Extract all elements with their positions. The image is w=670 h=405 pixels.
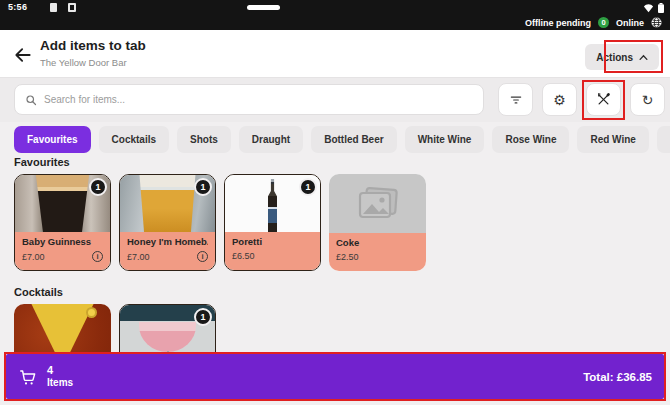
cart-quantity: 4	[47, 364, 73, 377]
search-field	[14, 84, 484, 115]
sim-notification-icon	[68, 3, 76, 12]
cutlery-mode-button[interactable]	[586, 83, 621, 116]
category-chip-bottled-beer[interactable]: Bottled Beer	[311, 126, 396, 153]
refresh-button[interactable]: ↻	[630, 83, 665, 116]
quantity-badge: 1	[89, 178, 107, 196]
category-chip-row: Favourites Cocktails Shots Draught Bottl…	[14, 126, 670, 153]
info-icon[interactable]: i	[92, 251, 103, 262]
section-title-favourites: Favourites	[14, 156, 70, 168]
actions-button-label: Actions	[596, 52, 633, 63]
item-card-coke[interactable]: Coke £2.50	[329, 174, 426, 271]
favourites-card-row: 1 Baby Guinness £7.00 i 1 Honey I'm Home…	[14, 174, 426, 271]
chevron-up-icon	[639, 54, 648, 61]
item-info: Honey I'm Homeb... £7.00 i	[120, 232, 215, 270]
item-info: Poretti £6.50	[225, 232, 320, 270]
offline-pending-label: Offline pending	[525, 18, 591, 28]
item-card-honey-im-homebrew[interactable]: 1 Honey I'm Homeb... £7.00 i	[119, 174, 216, 271]
item-price: £7.00	[22, 252, 45, 262]
cart-quantity-label: Items	[47, 377, 73, 389]
globe-icon[interactable]	[651, 17, 662, 28]
item-price: £2.50	[336, 252, 359, 262]
item-image-placeholder	[329, 174, 426, 233]
section-title-cocktails: Cocktails	[14, 286, 63, 298]
offline-pending-count-badge[interactable]: 0	[598, 17, 609, 28]
app-status-bar: Offline pending 0 Online	[0, 15, 670, 30]
category-chip-cocktails[interactable]: Cocktails	[99, 126, 169, 153]
search-toolbar-row: ⚙ ↻	[0, 78, 670, 122]
battery-icon	[658, 3, 664, 13]
item-name: Honey I'm Homeb...	[127, 236, 208, 247]
item-info: Coke £2.50	[329, 233, 426, 271]
refresh-icon: ↻	[642, 93, 654, 107]
back-button[interactable]	[13, 45, 33, 65]
search-icon	[25, 94, 37, 106]
filter-button[interactable]	[498, 83, 533, 116]
quantity-badge: 1	[299, 178, 317, 196]
cart-icon	[18, 368, 37, 386]
quantity-badge: 1	[194, 178, 212, 196]
gear-icon: ⚙	[553, 93, 566, 107]
online-label: Online	[616, 18, 644, 28]
category-chip-draught[interactable]: Draught	[239, 126, 303, 153]
item-card-baby-guinness[interactable]: 1 Baby Guinness £7.00 i	[14, 174, 111, 271]
category-chip-rose-wine[interactable]: Rose Wine	[492, 126, 569, 153]
arrow-left-icon	[13, 45, 33, 65]
pos-add-items-screen: 5:56 Offline pending 0 Online Add items …	[0, 0, 670, 405]
item-name: Poretti	[232, 236, 313, 247]
cart-summary-bar[interactable]: 4 Items Total: £36.85	[6, 354, 664, 399]
category-chip-shots[interactable]: Shots	[177, 126, 231, 153]
item-name: Coke	[336, 237, 419, 248]
item-info: Baby Guinness £7.00 i	[15, 232, 110, 270]
search-input[interactable]	[44, 94, 483, 105]
category-chip-white-wine[interactable]: White Wine	[405, 126, 485, 153]
item-price: £7.00	[127, 252, 150, 262]
photo-placeholder-icon	[357, 187, 399, 221]
page-subtitle: The Yellow Door Bar	[40, 57, 127, 68]
cutlery-icon	[596, 92, 611, 107]
item-price: £6.50	[232, 251, 255, 261]
item-name: Baby Guinness	[22, 236, 103, 247]
screen-handle-pill	[247, 5, 280, 10]
battery-notification-icon	[50, 3, 57, 12]
clock: 5:56	[8, 2, 27, 12]
wifi-icon	[643, 3, 654, 13]
header: Add items to tab The Yellow Door Bar Act…	[0, 30, 670, 78]
settings-button[interactable]: ⚙	[542, 83, 577, 116]
info-icon[interactable]: i	[197, 251, 208, 262]
category-chip-red-wine[interactable]: Red Wine	[577, 126, 648, 153]
category-chip-favourites[interactable]: Favourites	[14, 126, 91, 153]
actions-button[interactable]: Actions	[585, 44, 659, 70]
item-card-poretti[interactable]: 1 Poretti £6.50	[224, 174, 321, 271]
quantity-badge: 1	[194, 308, 212, 326]
system-status-bar: 5:56	[0, 0, 670, 15]
page-title: Add items to tab	[40, 38, 146, 53]
filter-icon	[509, 94, 523, 106]
cart-total: Total: £36.85	[583, 371, 652, 383]
category-chip-happy-hour[interactable]: Happy Hour ...	[657, 126, 670, 153]
